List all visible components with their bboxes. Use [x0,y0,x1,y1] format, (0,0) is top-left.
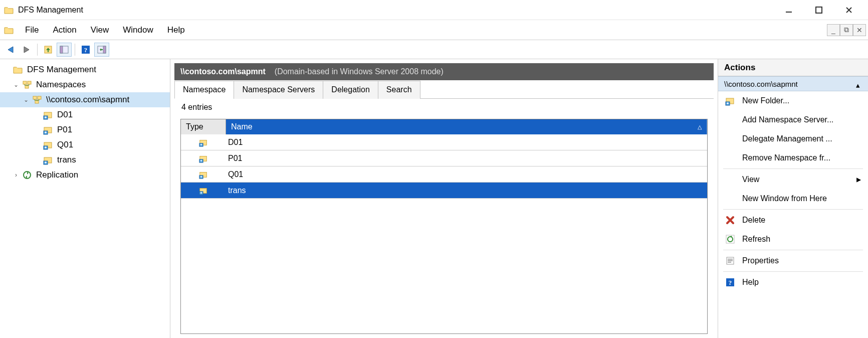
nav-back-button[interactable] [3,43,18,57]
up-level-button[interactable] [41,43,56,57]
menu-action[interactable]: Action [46,25,83,35]
action-separator [723,250,863,250]
chevron-down-icon[interactable]: ⌄ [12,81,20,88]
tree-folder-label: trans [57,155,76,165]
menu-view[interactable]: View [84,25,116,35]
blank-icon [725,194,735,204]
table-row[interactable]: Q01 [181,166,707,183]
action-label: New Window from Here [742,194,827,203]
mdi-close[interactable]: ✕ [853,24,866,36]
tree-namespace-path[interactable]: ⌄ \\contoso.com\sapmnt [0,92,170,107]
tree-root-label: DFS Management [27,65,96,75]
table-row[interactable]: P01 [181,150,707,166]
action-label: View [742,175,759,184]
row-name: D01 [226,138,707,147]
action-label: Refresh [742,235,770,244]
show-actions-button[interactable] [94,43,109,57]
tree-folder[interactable]: Q01 [0,137,170,152]
chevron-down-icon[interactable]: ⌄ [22,96,30,103]
help-icon [725,277,735,287]
menu-window[interactable]: Window [116,25,160,35]
tree-namespaces[interactable]: ⌄ Namespaces [0,77,170,92]
entries-count: 4 entries [174,99,714,116]
action-refresh[interactable]: Refresh [718,230,868,249]
action-view[interactable]: View ▶ [718,170,868,189]
tree-folder[interactable]: D01 [0,107,170,122]
link-folder-icon [199,170,208,179]
action-delete[interactable]: Delete [718,211,868,230]
actions-context-label: \\contoso.com\sapmnt [724,80,798,88]
tab-search[interactable]: Search [378,81,420,99]
app-icon [4,5,14,15]
column-name[interactable]: Name △ [226,119,707,134]
action-new-window[interactable]: New Window from Here [718,189,868,208]
namespace-icon [32,95,42,105]
nav-forward-button[interactable] [19,43,34,57]
tree-folder-label: P01 [57,125,72,135]
tab-strip: Namespace Namespace Servers Delegation S… [174,80,714,99]
toolbar-separator [75,44,75,56]
mdi-restore[interactable]: ⧉ [840,24,853,36]
new-folder-icon [725,96,735,106]
tree-folder[interactable]: P01 [0,122,170,137]
delete-icon [725,215,735,225]
tree-pane: DFS Management ⌄ Namespaces ⌄ \\contoso.… [0,59,170,338]
action-label: Delete [742,216,765,225]
table-row[interactable]: trans [181,183,707,199]
replication-icon [22,170,32,180]
blank-icon [725,134,735,144]
action-separator [723,168,863,169]
window-maximize-button[interactable] [804,0,834,20]
tab-delegation[interactable]: Delegation [323,81,378,99]
link-folder-icon [43,125,53,135]
tree-namespace-path-label: \\contoso.com\sapmnt [46,95,129,105]
menu-file[interactable]: File [18,25,46,35]
tab-namespace[interactable]: Namespace [174,81,234,99]
column-name-label: Name [231,122,253,131]
tab-namespace-servers[interactable]: Namespace Servers [234,81,323,99]
window-title: DFS Management [18,6,774,15]
mdi-minimize[interactable]: _ [827,24,840,36]
action-new-folder[interactable]: New Folder... [718,91,868,110]
menubar: File Action View Window Help _ ⧉ ✕ [0,20,868,40]
blank-icon [725,115,735,125]
toolbar [0,40,868,59]
link-folder-icon [43,140,53,150]
titlebar: DFS Management [0,0,868,20]
refresh-icon [725,234,735,244]
toolbar-separator [37,44,38,56]
action-help[interactable]: Help [718,273,868,292]
tree-replication[interactable]: › Replication [0,167,170,183]
action-label: Remove Namespace fr... [742,153,830,162]
menu-help[interactable]: Help [160,25,192,35]
action-label: New Folder... [742,96,789,105]
blank-icon [725,175,735,185]
action-properties[interactable]: Properties [718,251,868,270]
blank-icon [725,153,735,163]
app-icon-small [4,25,14,35]
collapse-icon[interactable]: ▴ [856,81,862,87]
tree-root[interactable]: DFS Management [0,62,170,77]
show-tree-button[interactable] [57,43,72,57]
action-remove-namespace[interactable]: Remove Namespace fr... [718,148,868,167]
tree-replication-label: Replication [36,170,78,180]
table-row[interactable]: D01 [181,134,707,150]
link-folder-icon [199,186,208,195]
actions-context[interactable]: \\contoso.com\sapmnt ▴ [718,76,868,91]
content-path: \\contoso.com\sapmnt [180,67,266,76]
action-add-namespace-server[interactable]: Add Namespace Server... [718,110,868,129]
tree-folder[interactable]: trans [0,152,170,167]
action-label: Delegate Management ... [742,134,832,143]
row-name: P01 [226,154,707,163]
help-button[interactable] [78,43,93,57]
window-close-button[interactable] [834,0,864,20]
action-label: Properties [742,256,779,265]
tree-folder-label: Q01 [57,140,73,150]
link-folder-icon [43,110,53,120]
column-type[interactable]: Type [181,119,226,134]
link-folder-icon [199,138,208,147]
chevron-right-icon[interactable]: › [12,172,20,179]
window-minimize-button[interactable] [774,0,804,20]
action-delegate-management[interactable]: Delegate Management ... [718,129,868,148]
tree-namespaces-label: Namespaces [36,80,86,90]
